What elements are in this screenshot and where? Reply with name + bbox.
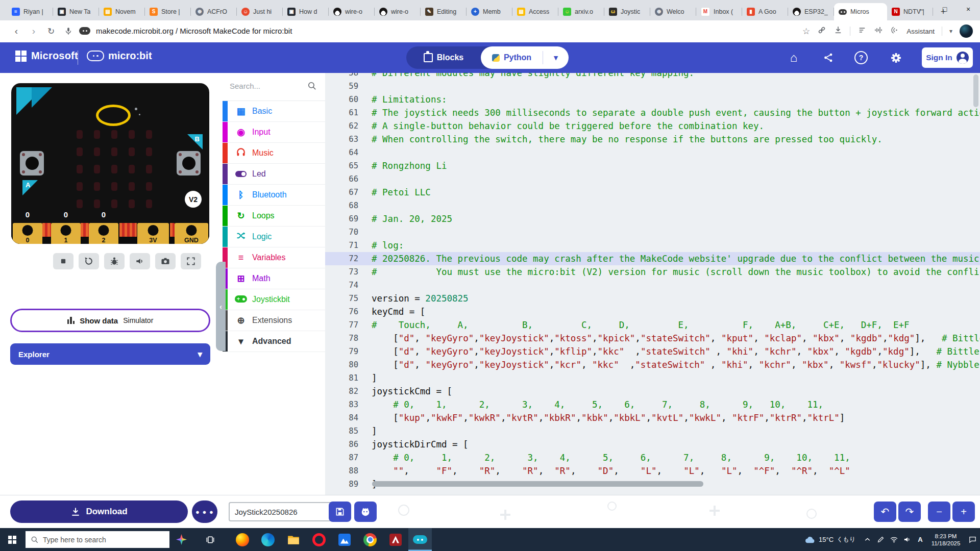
toolbox-category-basic[interactable]: ▦Basic <box>223 101 325 122</box>
waveform-icon[interactable] <box>874 26 883 37</box>
browser-tab[interactable]: ☺Just hi <box>237 3 283 20</box>
browser-tab[interactable]: ▤Access <box>512 3 558 20</box>
taskbar-app-adobe[interactable] <box>384 528 407 551</box>
profile-avatar[interactable] <box>960 24 973 38</box>
chevron-up-icon[interactable] <box>861 528 874 551</box>
close-button[interactable]: × <box>957 0 980 18</box>
pin-1[interactable]: 1 <box>51 223 81 244</box>
pin-2[interactable]: 2 <box>89 223 118 244</box>
help-button[interactable]: ? <box>852 49 870 66</box>
pen-icon[interactable] <box>874 528 887 551</box>
toolbox-category-led[interactable]: Led <box>223 164 325 185</box>
wifi-icon[interactable] <box>887 528 900 551</box>
led-matrix[interactable] <box>77 130 153 208</box>
sign-in-button[interactable]: Sign In <box>922 47 973 68</box>
zoom-in-button[interactable]: + <box>952 502 975 522</box>
browser-tab[interactable]: ESP32_ <box>788 3 834 20</box>
toolbox-category-extensions[interactable]: ⊕Extensions <box>223 310 325 331</box>
microsoft-brand[interactable]: Microsoft <box>15 50 78 62</box>
explorer-dropdown[interactable]: Explorer ▾ <box>10 343 210 365</box>
assistant-icon[interactable] <box>890 26 899 37</box>
back-button[interactable]: ‹ <box>9 24 23 38</box>
toolbox-category-music[interactable]: Music <box>223 143 325 164</box>
taskbar-app-makecode[interactable] <box>408 528 432 551</box>
microphone-icon[interactable] <box>61 24 76 38</box>
more-options-button[interactable]: ● ● ● <box>192 500 217 523</box>
browser-tab[interactable]: wire-o <box>375 3 421 20</box>
browser-tab[interactable]: ▮A Goo <box>742 3 788 20</box>
browser-tab[interactable]: ☺arxiv.o <box>558 3 604 20</box>
fullscreen-button[interactable] <box>181 253 201 269</box>
chevron-down-icon[interactable]: ▾ <box>949 28 952 35</box>
bookmark-star-icon[interactable]: ☆ <box>802 26 810 37</box>
taskbar-app-folder[interactable] <box>282 528 305 551</box>
taskbar-app-edge[interactable] <box>256 528 280 551</box>
notification-center-button[interactable] <box>965 528 980 551</box>
stop-button[interactable] <box>53 253 74 269</box>
taskbar-app-chrome[interactable] <box>358 528 382 551</box>
browser-tab[interactable]: ▣How d <box>283 3 329 20</box>
button-a[interactable] <box>20 151 44 176</box>
speaker-icon[interactable] <box>900 528 914 551</box>
toolbox-category-variables[interactable]: ≡Variables <box>223 247 325 268</box>
redo-button[interactable]: ↷ <box>898 502 921 522</box>
tab-python[interactable]: Python <box>481 53 543 62</box>
download-button[interactable]: Download <box>10 500 188 523</box>
browser-tab[interactable]: MInbox ( <box>696 3 742 20</box>
horizontal-scrollbar[interactable] <box>372 481 703 487</box>
start-button[interactable] <box>0 528 24 551</box>
reload-button[interactable]: ↻ <box>44 24 58 38</box>
taskbar-search[interactable]: Type here to search <box>26 531 169 548</box>
minimize-button[interactable]: – <box>910 0 933 18</box>
browser-tab[interactable]: ≡Riyan | <box>7 3 53 20</box>
show-data-button[interactable]: Show data Simulator <box>10 309 210 332</box>
toolbox-collapse-handle[interactable]: ‹ <box>216 262 226 351</box>
reading-list-icon[interactable] <box>857 26 867 37</box>
browser-tab[interactable]: wire-o <box>329 3 375 20</box>
taskbar-app-opera[interactable] <box>307 528 331 551</box>
browser-tab[interactable]: ▤Novem <box>99 3 145 20</box>
toolbox-category-advanced[interactable]: ▾Advanced <box>223 331 325 352</box>
volume-button[interactable] <box>130 253 150 269</box>
undo-button[interactable]: ↶ <box>874 502 896 522</box>
copilot-icon[interactable] <box>176 534 187 545</box>
toolbox-category-loops[interactable]: ↻Loops <box>223 206 325 227</box>
toolbox-category-joystickbit[interactable]: Joystickbit <box>223 289 325 310</box>
browser-tab[interactable]: ωJoystic <box>604 3 650 20</box>
tab-blocks[interactable]: Blocks <box>406 53 481 62</box>
toolbox-category-input[interactable]: ◉Input <box>223 122 325 143</box>
browser-tab[interactable]: ▣New Ta <box>53 3 99 20</box>
browser-tab[interactable]: ✎Editing <box>421 3 467 20</box>
home-button[interactable]: ⌂ <box>785 49 802 66</box>
browser-tab[interactable]: +Memb <box>467 3 512 20</box>
toolbox-category-logic[interactable]: Logic <box>223 227 325 247</box>
save-button[interactable] <box>329 502 351 522</box>
taskbar-clock[interactable]: 8:23 PM 11/18/2025 <box>927 533 965 547</box>
pin-0[interactable]: 0 <box>13 223 42 244</box>
restart-button[interactable] <box>79 253 99 269</box>
camera-button[interactable] <box>155 253 176 269</box>
button-b[interactable] <box>177 151 201 176</box>
debug-button[interactable] <box>104 253 125 269</box>
assistant-label[interactable]: Assistant <box>906 28 935 35</box>
forward-button[interactable]: › <box>27 24 41 38</box>
code-editor[interactable]: 58# Different modules may have slightly … <box>325 73 980 495</box>
toolbox-category-bluetooth[interactable]: ᛒBluetooth <box>223 185 325 206</box>
vertical-scrollbar[interactable] <box>973 74 978 107</box>
microbit-board[interactable]: A B V2 0123VGND 000 <box>11 83 209 244</box>
toolbox-search[interactable]: Search... <box>223 73 325 101</box>
language-dropdown[interactable]: ▾ <box>543 51 569 64</box>
browser-tab[interactable]: Micros <box>834 3 887 20</box>
taskbar-app-firefox[interactable] <box>231 528 254 551</box>
browser-tab[interactable]: ⊕ACFrO <box>191 3 237 20</box>
weather-widget[interactable]: 15°C くもり <box>804 535 855 544</box>
address-bar[interactable]: makecode.microbit.org / Microsoft MakeCo… <box>96 27 292 35</box>
browser-tab[interactable]: SStore | <box>145 3 191 20</box>
task-view-button[interactable] <box>203 533 217 546</box>
touch-logo[interactable] <box>96 105 131 126</box>
toolbox-category-math[interactable]: ⊞Math <box>223 268 325 289</box>
project-name-input[interactable] <box>229 502 336 521</box>
github-button[interactable] <box>354 502 377 522</box>
pin-3v[interactable]: 3V <box>137 223 169 244</box>
microbit-brand[interactable]: micro:bit <box>87 50 152 62</box>
